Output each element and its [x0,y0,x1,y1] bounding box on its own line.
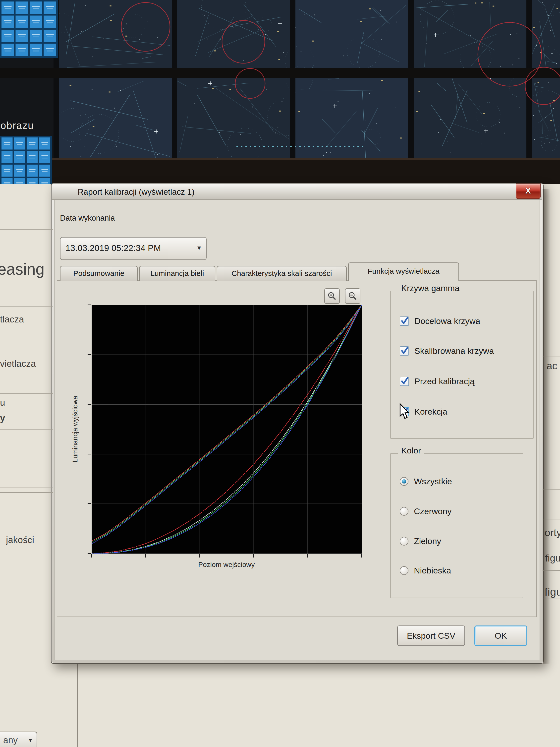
background-divider [0,393,53,394]
mouse-cursor [399,403,410,420]
close-button[interactable]: X [516,183,540,199]
radio-row-wszystkie[interactable]: Wszystkie [400,476,452,486]
series-skalibrowana-krzywa-g- [92,305,362,553]
date-dropdown-value: 13.03.2019 05:22:34 PM [65,237,161,258]
y-axis-tick [88,354,91,355]
background-text-row: tlacza [0,314,53,325]
series-skalibrowana-krzywa-r- [92,305,362,553]
gamma-curves-svg [92,305,362,553]
series-docelowa-krzywa [92,305,362,553]
x-axis-tick [199,554,200,558]
background-divider [0,356,53,356]
radio-icon[interactable] [400,537,408,545]
series-przed-kalibracj-g- [92,305,362,542]
y-axis-tick [88,503,91,504]
background-divider [0,229,53,230]
checkbox-icon[interactable] [400,316,409,326]
x-axis-tick [253,554,254,558]
checkbox-label: Przed kalibracją [415,377,475,386]
radio-label: Czerwony [414,507,452,516]
background-text-row: vietlacza [0,359,53,369]
chevron-down-icon: ▼ [196,237,202,258]
dialog-title: Raport kalibracji (wyświetlacz 1) [78,187,194,197]
radio-row-zielony[interactable]: Zielony [400,536,441,546]
background-divider [77,663,78,747]
color-panel-title: Kolor [398,446,424,456]
gamma-chart [91,305,362,554]
export-csv-button[interactable]: Eksport CSV [397,625,465,646]
radio-label: Wszystkie [414,476,452,486]
date-label: Data wykonania [60,214,115,223]
series-przed-kalibracj-r- [92,305,362,541]
tab-strip: PodsumowanieLuminancja bieliCharakteryst… [60,262,459,281]
y-axis-tick [88,305,91,305]
background-text-row: jakości [6,535,53,545]
background-divider [0,429,53,430]
checkbox-row-przed-kalibracją[interactable]: Przed kalibracją [400,377,475,386]
tab-charakterystyka-skali-szaro-ci[interactable]: Charakterystyka skali szarości [217,266,347,281]
checkbox-icon[interactable] [400,346,409,356]
checkbox-label: Korekcja [415,407,447,417]
tab-luminancja-bieli[interactable]: Luminancja bieli [139,266,215,281]
screen: obrazu easing tlacza vietlacza u y jakoś… [0,0,560,747]
zoom-in-icon [327,291,337,301]
checkbox-label: Skalibrowana krzywa [415,346,494,356]
color-panel-groupbox [390,453,523,598]
radio-icon[interactable] [400,566,408,575]
tab-funkcja-wy-wietlacza[interactable]: Funkcja wyświetlacza [348,262,459,281]
background-text-large: easing [0,260,53,278]
zoom-in-button[interactable] [324,288,340,304]
y-axis-tick [88,454,91,455]
background-divider [0,306,53,307]
dialog-drop-shadow [542,189,550,664]
radio-icon[interactable] [400,507,408,516]
background-text-row: y [0,413,53,423]
x-axis-label: Poziom wejściowy [198,561,255,569]
background-text-row: u [0,397,53,408]
chevron-down-icon: ▼ [28,733,33,747]
x-axis-tick [361,554,362,558]
y-axis-tick [88,553,91,554]
x-axis-tick [145,554,146,558]
y-axis-tick [88,404,91,405]
tab-podsumowanie[interactable]: Podsumowanie [60,266,138,281]
series-przed-kalibracj-b- [92,305,362,544]
radio-icon[interactable] [400,477,408,486]
date-dropdown[interactable]: 13.03.2019 05:22:34 PM ▼ [60,237,207,260]
background-divider [0,281,53,281]
radio-label: Zielony [414,536,441,546]
checkbox-row-skalibrowana-krzywa[interactable]: Skalibrowana krzywa [400,346,494,356]
background-divider [0,488,53,488]
y-axis-label: Luminancja wyjściowa [72,396,79,462]
zoom-out-button[interactable] [345,288,361,304]
gamma-panel-title: Krzywa gamma [398,283,462,293]
ok-button[interactable]: OK [474,625,527,646]
videowall-label: obrazu [0,120,34,131]
checkbox-icon[interactable] [400,377,409,386]
x-axis-tick [91,554,92,558]
zoom-out-icon [348,291,357,301]
series-skalibrowana-krzywa-b- [92,305,362,553]
radio-label: Niebieska [414,566,451,575]
checkbox-label: Docelowa krzywa [415,316,480,326]
background-divider [0,492,53,493]
videowall-background [0,0,560,184]
x-axis-tick [307,554,308,558]
radio-row-niebieska[interactable]: Niebieska [400,566,451,575]
background-dropdown-value: any [3,733,18,747]
radio-row-czerwony[interactable]: Czerwony [400,507,452,516]
checkbox-row-docelowa-krzywa[interactable]: Docelowa krzywa [400,316,480,326]
background-dropdown[interactable]: any ▼ [0,731,37,747]
